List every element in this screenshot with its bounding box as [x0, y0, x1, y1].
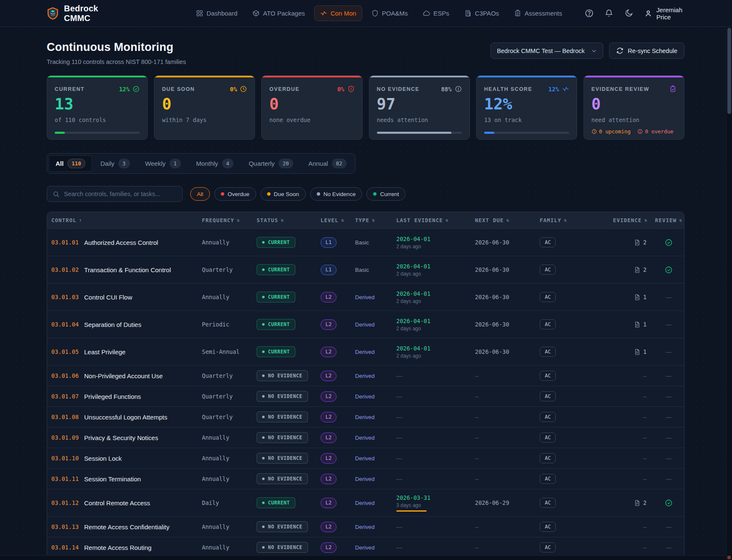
filter-pill-no-evidence[interactable]: No Evidence [310, 187, 363, 201]
control-id[interactable]: 03.01.12 [51, 499, 79, 506]
status-badge: CURRENT [257, 497, 295, 508]
app-logo-shield-icon [47, 7, 58, 20]
level-badge: L2 [321, 453, 337, 464]
tab-annual[interactable]: Annual 82 [302, 155, 353, 172]
tab-daily[interactable]: Daily 3 [94, 155, 137, 172]
horizontal-scrollbar[interactable] [0, 555, 726, 560]
status-badge: CURRENT [257, 264, 295, 275]
column-header-family[interactable]: FAMILY ⇅ [540, 217, 612, 223]
nav-item-poa-ms[interactable]: POA&Ms [366, 5, 414, 21]
control-id[interactable]: 03.01.03 [51, 294, 79, 300]
column-header-type[interactable]: TYPE ⇅ [355, 217, 396, 223]
tab-monthly[interactable]: Monthly 4 [189, 155, 240, 172]
table-row[interactable]: 03.01.02 Transaction & Function Control … [47, 256, 684, 283]
table-row[interactable]: 03.01.09 Privacy & Security Notices Annu… [47, 427, 684, 448]
next-due-cell: 2026-06-29 [475, 499, 540, 506]
control-id[interactable]: 03.01.11 [51, 475, 79, 482]
table-row[interactable]: 03.01.13 Remote Access Confidentiality A… [47, 516, 684, 537]
level-cell: L2 [321, 433, 355, 443]
table-row[interactable]: 03.01.14 Remote Access Routing Annually … [47, 537, 684, 557]
control-id[interactable]: 03.01.07 [51, 393, 79, 400]
status-badge: NO EVIDENCE [257, 453, 308, 464]
column-header-next-due[interactable]: NEXT DUE ⇅ [475, 217, 540, 223]
empty-value: — [396, 455, 402, 462]
review-cell: — [653, 321, 684, 328]
table-row[interactable]: 03.01.07 Privileged Functions Quarterly … [47, 386, 684, 406]
table-row[interactable]: 03.01.03 Control CUI Flow Annually CURRE… [47, 283, 684, 311]
nav-item-ato-packages[interactable]: ATO Packages [247, 5, 311, 21]
family-badge: AC [540, 319, 556, 329]
control-id[interactable]: 03.01.09 [51, 434, 79, 441]
frequency-cell: Quarterly [202, 393, 257, 400]
control-id[interactable]: 03.01.04 [51, 321, 79, 328]
search-box[interactable] [47, 186, 183, 202]
table-row[interactable]: 03.01.04 Separation of Duties Periodic C… [47, 311, 684, 338]
column-header-review[interactable]: REVIEW ⇅ [653, 217, 684, 223]
dark-mode-moon-icon[interactable] [624, 9, 633, 18]
table-row[interactable]: 03.01.10 Session Lock Annually NO EVIDEN… [47, 448, 684, 468]
control-id[interactable]: 03.01.14 [51, 544, 79, 551]
nav-item-label: POA&Ms [382, 10, 408, 17]
package-selector[interactable]: Bedrock CMMC Test — Bedrock CM [491, 42, 603, 59]
filter-pill-current[interactable]: Current [366, 187, 406, 201]
control-id[interactable]: 03.01.05 [51, 348, 79, 355]
column-header-status[interactable]: STATUS ⇅ [257, 217, 321, 223]
column-header-evidence[interactable]: EVIDENCE ⇅ [612, 217, 653, 223]
review-check-icon[interactable] [665, 499, 673, 507]
control-id[interactable]: 03.01.13 [51, 523, 79, 530]
control-name: Unsuccessful Logon Attempts [84, 414, 167, 421]
empty-value: — [396, 475, 402, 482]
filter-pill-due-soon[interactable]: Due Soon [260, 187, 306, 201]
level-cell: L2 [321, 522, 355, 532]
control-id[interactable]: 03.01.06 [51, 372, 79, 379]
scrollbar-thumb[interactable] [727, 28, 731, 114]
review-check-icon[interactable] [665, 266, 673, 274]
column-header-level[interactable]: LEVEL ⇅ [321, 217, 355, 223]
next-due-cell: – [475, 393, 540, 400]
building-icon [464, 10, 472, 17]
status-cell: NO EVIDENCE [257, 473, 321, 484]
tab-quarterly[interactable]: Quarterly 20 [242, 155, 300, 172]
nav-item-con-mon[interactable]: Con Mon [314, 5, 362, 21]
type-cell: Derived [355, 373, 396, 379]
empty-value: — [396, 372, 402, 379]
table-row[interactable]: 03.01.11 Session Termination Annually NO… [47, 468, 684, 489]
column-header-frequency[interactable]: FREQUENCY ⇅ [202, 217, 257, 223]
column-header-last-evidence[interactable]: LAST EVIDENCE ⇅ [396, 217, 475, 223]
empty-value: — [666, 393, 672, 400]
tab-weekly[interactable]: Weekly 1 [138, 155, 188, 172]
control-id[interactable]: 03.01.10 [51, 455, 79, 462]
level-cell: L2 [321, 371, 355, 381]
control-id[interactable]: 03.01.02 [51, 266, 79, 273]
brand[interactable]: Bedrock CMMC [47, 4, 102, 23]
search-input[interactable] [64, 191, 177, 197]
review-check-icon[interactable] [665, 239, 673, 247]
table-row[interactable]: 03.01.12 Control Remote Access Daily CUR… [47, 489, 684, 516]
nav-item-esps[interactable]: ESPs [417, 5, 455, 21]
control-name: Control CUI Flow [84, 294, 132, 301]
vertical-scrollbar[interactable] [726, 0, 732, 560]
resync-schedule-button[interactable]: Re-sync Schedule [609, 42, 684, 59]
table-row[interactable]: 03.01.05 Least Privilege Semi-Annual CUR… [47, 338, 684, 365]
filter-pill-all[interactable]: All [190, 187, 210, 201]
filter-pill-overdue[interactable]: Overdue [214, 187, 256, 201]
nav-item-dashboard[interactable]: Dashboard [190, 5, 243, 21]
control-id[interactable]: 03.01.01 [51, 239, 79, 246]
help-icon[interactable] [585, 9, 594, 18]
nav-item-assessments[interactable]: Assessments [508, 5, 568, 21]
column-header-control[interactable]: CONTROL ↑ [51, 217, 202, 223]
stat-card-progressbar [55, 132, 140, 134]
table-row[interactable]: 03.01.08 Unsuccessful Logon Attempts Qua… [47, 406, 684, 427]
control-id[interactable]: 03.01.08 [51, 414, 79, 420]
nav-item-c3paos[interactable]: C3PAOs [459, 5, 505, 21]
evidence-count: 1 [643, 294, 647, 300]
notifications-bell-icon[interactable] [605, 9, 613, 18]
status-dot [221, 192, 224, 196]
table-row[interactable]: 03.01.06 Non-Privileged Account Use Quar… [47, 365, 684, 386]
table-row[interactable]: 03.01.01 Authorized Access Control Annua… [47, 228, 684, 256]
tab-all[interactable]: All 110 [49, 155, 92, 172]
user-menu[interactable]: Jeremiah Price [644, 6, 682, 21]
level-cell: L2 [321, 498, 355, 508]
last-evidence-ago: 3 days ago [396, 502, 475, 508]
filter-toolbar: All Overdue Due Soon No Evidence Current [47, 186, 684, 202]
